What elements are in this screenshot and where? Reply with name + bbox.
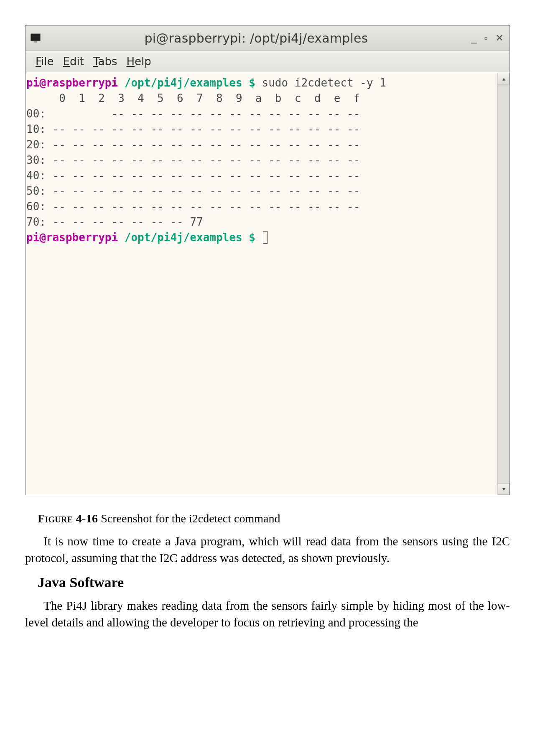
cursor-icon xyxy=(263,231,268,244)
figure-label: Figure 4-16 xyxy=(38,512,98,525)
section-heading: Java Software xyxy=(38,575,510,591)
menu-help-rest: elp xyxy=(135,55,151,68)
scroll-track[interactable] xyxy=(498,84,510,483)
menu-edit-rest: dit xyxy=(70,55,84,68)
title-bar: pi@raspberrypi: /opt/pi4j/examples _ ▫ ✕ xyxy=(25,25,510,51)
maximize-button[interactable]: ▫ xyxy=(484,33,488,43)
scrollbar[interactable]: ▴ ▾ xyxy=(497,73,510,495)
menu-edit[interactable]: Edit xyxy=(63,55,84,68)
menu-tabs[interactable]: Tabs xyxy=(93,55,117,68)
menu-file-rest: ile xyxy=(41,55,54,68)
svg-rect-0 xyxy=(31,34,40,41)
menu-help[interactable]: Help xyxy=(126,55,151,68)
window-title: pi@raspberrypi: /opt/pi4j/examples xyxy=(41,31,471,46)
scroll-up-button[interactable]: ▴ xyxy=(498,73,510,84)
paragraph-intro: It is now time to create a Java program,… xyxy=(25,533,510,566)
scroll-down-button[interactable]: ▾ xyxy=(498,483,510,495)
terminal-icon xyxy=(30,32,41,44)
close-button[interactable]: ✕ xyxy=(495,33,504,43)
menu-file[interactable]: File xyxy=(36,55,54,68)
figure-caption-text: Screenshot for the i2cdetect command xyxy=(98,512,280,525)
svg-rect-2 xyxy=(34,41,37,42)
terminal-output[interactable]: pi@raspberrypi /opt/pi4j/examples $ sudo… xyxy=(25,73,497,495)
terminal-window: pi@raspberrypi: /opt/pi4j/examples _ ▫ ✕… xyxy=(25,25,510,495)
menu-bar: File Edit Tabs Help xyxy=(25,51,510,72)
menu-tabs-rest: abs xyxy=(98,55,117,68)
figure-caption: Figure 4-16 Screenshot for the i2cdetect… xyxy=(38,512,510,525)
minimize-button[interactable]: _ xyxy=(471,33,476,43)
paragraph-body: The Pi4J library makes reading data from… xyxy=(25,597,510,631)
